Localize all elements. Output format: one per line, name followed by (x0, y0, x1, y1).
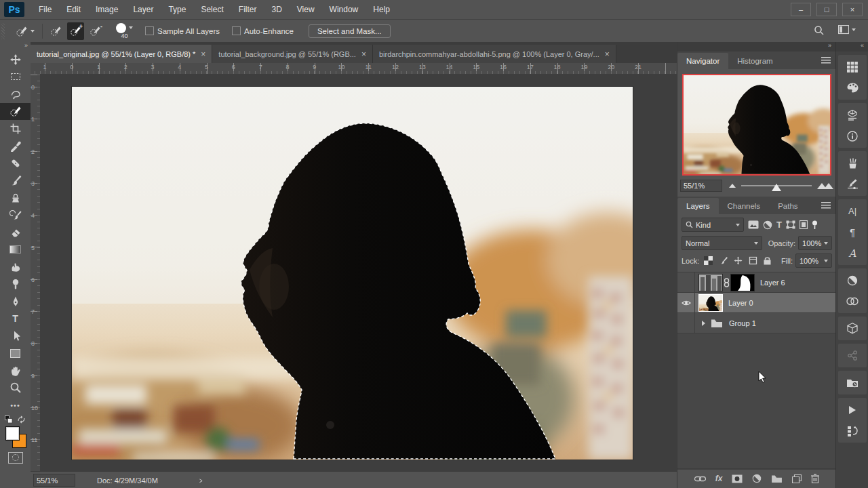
hand-tool[interactable] (0, 362, 31, 380)
document-tab-1[interactable]: tutorial_original.jpg @ 55/1% (Layer 0, … (31, 45, 212, 63)
crop-tool[interactable] (0, 120, 31, 138)
navigator-zoom-slider[interactable] (741, 185, 812, 186)
3d-panel-icon[interactable] (838, 318, 867, 339)
layer-style-icon[interactable]: fx (715, 474, 723, 483)
select-and-mask-button[interactable]: Select and Mask... (309, 24, 391, 38)
new-adjustment-layer-icon[interactable] (752, 474, 762, 483)
zoom-in-icon[interactable] (817, 183, 833, 189)
layers-empty-area[interactable] (677, 333, 836, 469)
type-tool[interactable]: T (0, 310, 31, 328)
sample-all-layers-checkbox[interactable] (145, 26, 154, 35)
version-history-panel-icon[interactable] (838, 372, 867, 393)
move-tool[interactable] (0, 51, 31, 68)
new-group-icon[interactable] (771, 474, 783, 483)
dodge-tool[interactable] (0, 276, 31, 293)
swap-colors-icon[interactable] (17, 415, 26, 424)
options-bar-grip[interactable] (1, 23, 5, 39)
info-panel-icon[interactable] (838, 125, 867, 146)
edit-toolbar-button[interactable]: ••• (0, 396, 31, 414)
filter-adjustment-layers-icon[interactable] (763, 220, 772, 230)
menu-type[interactable]: Type (168, 5, 186, 14)
canvas-area[interactable] (40, 74, 677, 471)
libraries-panel-icon[interactable] (838, 291, 867, 312)
visibility-toggle[interactable] (677, 293, 695, 312)
color-panel-icon[interactable] (838, 77, 867, 98)
panel-menu-icon[interactable] (821, 57, 831, 64)
filter-type-layers-icon[interactable]: T (776, 220, 782, 230)
lock-transparency-icon[interactable] (704, 256, 713, 265)
panel-menu-icon[interactable] (821, 202, 831, 209)
workspace-switcher[interactable] (838, 25, 856, 35)
menu-view[interactable]: View (297, 5, 315, 14)
lock-position-icon[interactable] (734, 256, 743, 265)
strip-collapse-control[interactable]: « (836, 42, 868, 52)
tab-close-icon[interactable]: × (605, 49, 610, 59)
filter-smart-object-icon[interactable] (800, 220, 808, 229)
lock-all-icon[interactable] (764, 256, 771, 265)
add-to-selection-mode-button[interactable]: + (67, 22, 84, 40)
filter-shape-layers-icon[interactable] (786, 220, 795, 229)
mask-link-icon[interactable] (724, 277, 730, 288)
path-selection-tool[interactable] (0, 327, 31, 345)
status-options-arrow[interactable]: > (199, 476, 203, 485)
history-panel-icon[interactable] (838, 420, 867, 441)
opacity-dropdown[interactable]: 100% (798, 236, 832, 250)
layer-thumbnail[interactable] (699, 295, 722, 311)
auto-enhance-checkbox[interactable] (232, 26, 241, 35)
blend-mode-dropdown[interactable]: Normal (682, 236, 762, 250)
tab-close-icon[interactable]: × (201, 49, 205, 59)
quick-mask-mode-button[interactable] (8, 452, 23, 464)
lock-paint-icon[interactable] (719, 256, 728, 265)
smudge-tool[interactable] (0, 258, 31, 276)
rectangular-marquee-tool[interactable] (0, 68, 31, 86)
document-tab-3[interactable]: birdarchpin.commahyar-abdollahi-5.png @ … (373, 45, 616, 63)
vertical-ruler[interactable]: 01234567891011 (31, 74, 41, 471)
rectangle-tool[interactable] (0, 345, 31, 363)
status-zoom-field[interactable]: 55/1% (33, 474, 75, 487)
tab-navigator[interactable]: Navigator (677, 53, 728, 69)
brush-size-picker[interactable]: 40 (113, 22, 136, 40)
visibility-toggle[interactable] (677, 272, 695, 292)
brushes-panel-icon[interactable] (838, 152, 867, 174)
lasso-tool[interactable] (0, 85, 31, 103)
zoom-slider-thumb[interactable] (772, 184, 781, 191)
navigator-preview[interactable] (682, 74, 831, 176)
share-panel-icon[interactable] (838, 345, 867, 366)
new-selection-mode-button[interactable] (47, 22, 64, 40)
tab-layers[interactable]: Layers (677, 198, 719, 214)
document-tab-2[interactable]: tutorial_background.jpg @ 55/1% (RGB... … (212, 45, 373, 63)
menu-3d[interactable]: 3D (271, 5, 281, 14)
visibility-toggle[interactable] (677, 313, 695, 333)
layer-row-group1[interactable]: Group 1 (677, 313, 836, 333)
filter-image-layers-icon[interactable] (748, 220, 759, 229)
menu-filter[interactable]: Filter (239, 5, 257, 14)
search-button[interactable] (814, 25, 825, 38)
foreground-color-swatch[interactable] (5, 426, 20, 441)
layer-mask-thumbnail[interactable] (731, 274, 754, 291)
dock-collapse-control[interactable]: » (677, 42, 836, 52)
eyedropper-tool[interactable] (0, 138, 31, 155)
glyphs-panel-icon[interactable]: A (838, 243, 867, 264)
menu-edit[interactable]: Edit (66, 5, 81, 14)
document-canvas-image[interactable] (72, 87, 633, 460)
tab-paths[interactable]: Paths (769, 198, 806, 214)
menu-file[interactable]: File (39, 5, 52, 14)
character-panel-icon[interactable]: A| (838, 201, 867, 222)
fill-dropdown[interactable]: 100% (795, 253, 832, 268)
add-layer-mask-icon[interactable] (732, 474, 743, 483)
menu-help[interactable]: Help (373, 5, 390, 14)
spot-healing-brush-tool[interactable] (0, 155, 31, 172)
subtract-from-selection-mode-button[interactable]: - (87, 22, 104, 40)
filter-kind-dropdown[interactable]: Kind (682, 218, 744, 232)
history-brush-tool[interactable] (0, 207, 31, 224)
materials-panel-icon[interactable] (838, 104, 867, 125)
actions-panel-icon[interactable] (838, 399, 867, 420)
filter-toggle-pin[interactable] (812, 220, 818, 230)
delete-layer-icon[interactable] (811, 474, 819, 483)
menu-window[interactable]: Window (330, 5, 359, 14)
paragraph-panel-icon[interactable]: ¶ (838, 222, 867, 243)
menu-layer[interactable]: Layer (133, 5, 153, 14)
tool-preset-picker[interactable] (13, 22, 37, 40)
zoom-out-icon[interactable] (729, 184, 736, 188)
group-expand-arrow[interactable] (702, 321, 705, 326)
